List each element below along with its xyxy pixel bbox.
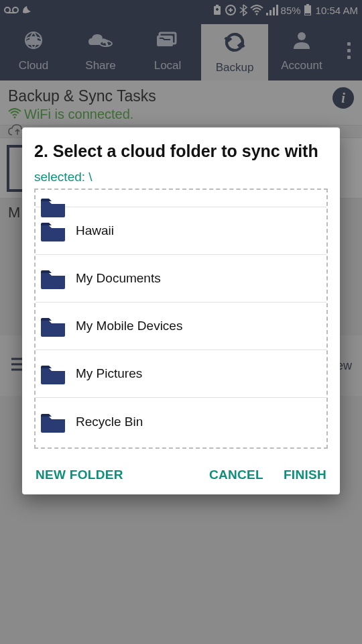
folder-item-my-pictures[interactable]: My Pictures [36, 350, 326, 398]
folder-select-dialog: 2. Select a cloud folder to sync with se… [22, 127, 340, 494]
dialog-title: 2. Select a cloud folder to sync with [34, 141, 328, 162]
finish-button[interactable]: FINISH [284, 468, 326, 482]
dialog-actions: NEW FOLDER CANCEL FINISH [34, 468, 328, 485]
folder-icon [40, 196, 66, 217]
folder-list[interactable]: Hawaii My Documents My Mobile Devices My… [34, 189, 328, 449]
folder-name: Recycle Bin [76, 415, 143, 429]
selected-path: \ [88, 170, 92, 184]
folder-name: My Pictures [76, 366, 142, 381]
new-folder-button[interactable]: NEW FOLDER [36, 468, 123, 482]
folder-item-my-mobile-devices[interactable]: My Mobile Devices [36, 303, 326, 350]
folder-icon [40, 220, 66, 241]
folder-name: My Mobile Devices [76, 319, 182, 333]
cancel-button[interactable]: CANCEL [209, 468, 263, 482]
selected-path-line: selected: \ [34, 170, 328, 184]
folder-icon [40, 268, 66, 289]
folder-icon [40, 411, 66, 433]
folder-item-my-documents[interactable]: My Documents [36, 255, 326, 303]
folder-item-hawaii[interactable]: Hawaii [36, 207, 326, 255]
folder-icon [40, 315, 66, 337]
folder-item-partial[interactable] [36, 190, 326, 207]
folder-item-recycle-bin[interactable]: Recycle Bin [36, 398, 326, 445]
selected-prefix: selected: [34, 170, 88, 184]
folder-icon [40, 363, 66, 384]
folder-name: My Documents [76, 271, 161, 286]
folder-name: Hawaii [76, 223, 114, 238]
